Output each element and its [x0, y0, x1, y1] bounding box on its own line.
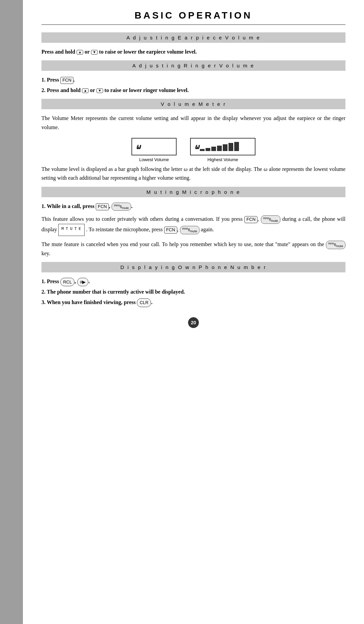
vol-symbol-high: ω — [195, 142, 199, 151]
fcn-key-mute: FCN — [96, 203, 109, 210]
clr-key: CLR — [137, 298, 151, 307]
vol-symbol-low: ω — [136, 142, 141, 151]
highest-volume-box: ω — [190, 138, 255, 155]
section-header-volume-meter: V o l u m e M e t e r — [41, 99, 345, 109]
section-header-ringer: A d j u s t i n g R i n g e r V o l u m … — [41, 60, 345, 71]
phone-step-3: 3. When you have finished viewing, press… — [41, 298, 345, 307]
down-arrow-key: ▼ — [91, 50, 98, 55]
hash-key: #▶ — [77, 278, 88, 286]
lowest-volume-display: ω — [136, 141, 170, 152]
highest-volume-label: Highest Volume — [207, 157, 238, 162]
phone-number-steps: 1. Press RCL, #▶. 2. The phone number th… — [41, 277, 345, 307]
ringer-step-1: 1. Press FCN. — [41, 76, 345, 84]
mute-display-text: ᴹᵀᵁᵀᴱ — [58, 224, 85, 236]
mute6-key-2: mno6mute — [261, 215, 280, 224]
lowest-volume-wrapper: ω Lowest Volume — [131, 138, 177, 162]
highest-volume-display: ω — [195, 141, 249, 152]
up-arrow-key: ▲ — [77, 50, 83, 55]
down-arrow-key-2: ▼ — [96, 88, 103, 93]
phone-step-2: 2. The phone number that is currently ac… — [41, 288, 345, 296]
fcn-key-inline: FCN — [244, 216, 257, 223]
volume-meter-para2: The volume level is displayed as a bar g… — [41, 165, 345, 183]
mute-step-1: 1. While in a call, press FCN, mno6mute. — [41, 202, 345, 211]
volume-meter-para1: The Volume Meter represents the current … — [41, 114, 345, 132]
bar-2 — [206, 148, 210, 151]
mute6-key-4: mno6mute — [326, 241, 345, 249]
mute-para2: The mute feature is canceled when you en… — [41, 240, 345, 258]
ringer-step-2: 2. Press and hold ▲ or ▼ to raise or low… — [41, 86, 345, 95]
mute6-key-3: mno6mute — [180, 226, 200, 234]
mute-para1: This feature allows you to confer privat… — [41, 215, 345, 236]
main-content: BASIC OPERATION A d j u s t i n g E a r … — [23, 0, 364, 624]
fcn-key-ringer: FCN — [60, 77, 73, 84]
volume-bars — [200, 142, 239, 151]
highest-volume-wrapper: ω Highest Volume — [190, 138, 255, 162]
bar-3 — [211, 147, 216, 151]
bar-1 — [200, 149, 205, 151]
bar-5 — [223, 144, 228, 151]
earpiece-instruction: Press and hold ▲ or ▼ to raise or lower … — [41, 48, 345, 56]
phone-step-1: 1. Press RCL, #▶. — [41, 277, 345, 286]
bar-7 — [234, 142, 239, 151]
left-sidebar — [0, 0, 23, 624]
bar-6 — [229, 143, 233, 151]
lowest-volume-box: ω — [131, 138, 177, 155]
section-header-mute: M u t i n g M i c r o p h o n e — [41, 187, 345, 197]
rcl-key: RCL — [60, 278, 74, 286]
mute-steps: 1. While in a call, press FCN, mno6mute. — [41, 202, 345, 211]
up-arrow-key-2: ▲ — [82, 88, 89, 93]
ringer-steps: 1. Press FCN. 2. Press and hold ▲ or ▼ t… — [41, 76, 345, 95]
section-header-earpiece: A d j u s t i n g E a r p i e c e V o l … — [41, 32, 345, 43]
section-header-phone-number: D i s p l a y i n g O w n P h o n e N u … — [41, 262, 345, 272]
lowest-volume-label: Lowest Volume — [139, 157, 169, 162]
page-title: BASIC OPERATION — [41, 10, 345, 25]
page-number: 20 — [188, 317, 199, 328]
mute6-key-1: mno6mute — [112, 203, 131, 211]
volume-meter-visual: ω Lowest Volume ω — [41, 138, 345, 162]
fcn-key-reinstate: FCN — [164, 227, 177, 234]
bar-4 — [217, 146, 222, 151]
